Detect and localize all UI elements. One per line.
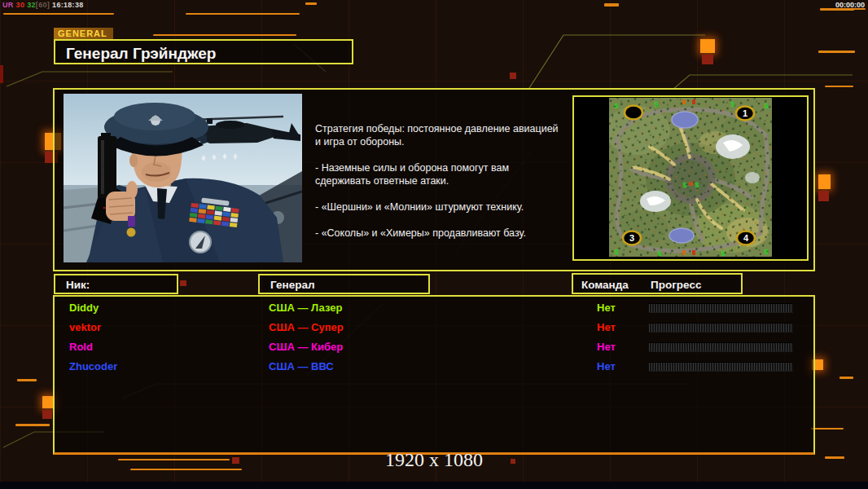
debug-fps: 30 — [16, 1, 25, 9]
header-team-progress: Команда Прогресс — [572, 273, 743, 294]
supply-dock-icon: $ — [682, 181, 686, 189]
strategy-briefing: Стратегия победы: постоянное давление ав… — [315, 122, 569, 240]
supply-dock-icon: $ — [654, 100, 658, 108]
lobby-screen: UR3032[60]16:18:38 00:00:00 GENERAL Гене… — [0, 0, 868, 489]
supply-dock-icon: $ — [764, 102, 768, 110]
decor-dash — [153, 34, 296, 36]
player-nick: Zhucoder — [69, 360, 117, 372]
decor-red-square — [180, 280, 186, 286]
supply-dock-icon: $ — [614, 102, 618, 110]
svg-text:3: 3 — [629, 233, 634, 243]
player-nick: vektor — [69, 321, 101, 333]
start-position-marker-4[interactable]: 4 — [737, 231, 755, 245]
debug-value: 32 — [27, 1, 36, 9]
player-general: США — Лазер — [269, 302, 342, 314]
minimap-panel: $ $ $ $ $ $ $ $ $ $ 1 3 — [572, 95, 809, 261]
decor-dash — [3, 13, 114, 15]
header-general-label: Генерал — [260, 275, 428, 291]
header-general: Генерал — [258, 274, 430, 294]
decor-red-square — [818, 191, 829, 201]
player-team[interactable]: Нет — [597, 341, 616, 353]
decor-glow-square — [42, 396, 53, 408]
decor-dash — [604, 3, 619, 7]
player-general: США — Супер — [269, 321, 344, 333]
minimap-illustration: $ $ $ $ $ $ $ $ $ $ 1 3 — [609, 98, 772, 257]
decor-dash — [305, 2, 317, 5]
player-nick: Rold — [69, 341, 93, 353]
player-general: США — Кибер — [269, 341, 343, 353]
supply-dock-icon: $ — [730, 100, 734, 108]
supply-dock-icon: $ — [721, 249, 725, 257]
player-team[interactable]: Нет — [597, 360, 616, 372]
start-position-marker-1[interactable]: 1 — [736, 107, 754, 121]
bottom-letterbox-bar — [0, 482, 868, 489]
svg-text:4: 4 — [743, 233, 749, 243]
player-row[interactable]: Diddy США — Лазер Нет — [55, 299, 813, 319]
debug-cap: [60] — [36, 1, 50, 9]
player-progress-bar — [649, 303, 793, 313]
round-insignia — [190, 231, 211, 253]
page-title: Генерал Грэйнджер — [55, 41, 352, 63]
player-progress-bar — [649, 342, 793, 352]
decor-dash — [825, 86, 853, 87]
header-progress-label: Прогресс — [651, 279, 701, 291]
player-team[interactable]: Нет — [597, 302, 616, 314]
player-nick: Diddy — [69, 302, 99, 314]
supply-dock-icon: $ — [764, 248, 768, 256]
decor-glow-square — [700, 39, 715, 53]
resolution-watermark: 1920 x 1080 — [0, 449, 868, 471]
general-portrait-illustration — [64, 94, 302, 262]
tab-general: GENERAL — [54, 28, 113, 40]
supply-dock-icon: $ — [695, 181, 699, 189]
header-nick: Ник: — [54, 274, 178, 294]
player-row[interactable]: Zhucoder США — ВВС Нет — [55, 358, 813, 377]
player-general: США — ВВС — [269, 360, 334, 372]
svg-text:1: 1 — [743, 108, 747, 118]
debug-label: UR — [2, 1, 14, 9]
decor-dash — [818, 51, 855, 53]
game-clock: 00:00:00 — [835, 1, 865, 9]
general-portrait — [64, 94, 302, 262]
decor-red-square — [42, 410, 52, 419]
debug-time: 16:18:38 — [52, 1, 83, 9]
decor-red-square — [510, 73, 516, 79]
decor-dash — [17, 379, 37, 381]
decor-red-square — [702, 55, 713, 64]
decor-dash — [811, 428, 844, 430]
supply-dock-icon: $ — [657, 249, 661, 257]
decor-dash — [840, 377, 853, 379]
decor-glow-square — [818, 174, 831, 189]
header-nick-label: Ник: — [55, 275, 177, 291]
player-progress-bar — [649, 323, 793, 333]
player-row[interactable]: vektor США — Супер Нет — [55, 319, 813, 338]
edge-marker — [0, 65, 3, 83]
supply-dock-icon: $ — [614, 248, 618, 256]
debug-readout: UR3032[60]16:18:38 — [2, 1, 86, 9]
decor-dash — [186, 13, 300, 15]
start-position-marker-3[interactable]: 3 — [623, 231, 641, 245]
header-team-label: Команда — [581, 279, 629, 291]
player-progress-bar — [649, 362, 793, 372]
general-title-box: Генерал Грэйнджер — [54, 39, 353, 64]
player-row[interactable]: Rold США — Кибер Нет — [55, 338, 813, 358]
player-team[interactable]: Нет — [597, 321, 616, 333]
decor-dash — [15, 424, 50, 426]
start-position-marker-occupied[interactable] — [625, 106, 642, 120]
player-list: Diddy США — Лазер Нет vektor США — Супер… — [53, 295, 815, 455]
